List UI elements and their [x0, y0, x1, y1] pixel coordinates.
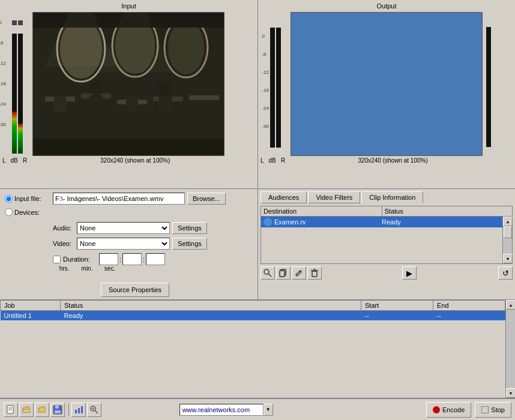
stop-button[interactable]: Stop [475, 402, 511, 418]
stop-icon [481, 406, 489, 413]
dest-scroll-down[interactable]: ▼ [503, 254, 513, 263]
duration-checkbox[interactable] [53, 256, 61, 263]
encode-section: Encode Stop [426, 402, 511, 418]
jobs-table: Job Status Start End Untitled 1 Ready --… [0, 300, 505, 321]
svg-rect-41 [81, 406, 83, 413]
bottom-toolbar: ▼ Encode Stop [0, 398, 515, 420]
dest-tool-copy[interactable] [276, 266, 291, 280]
devices-radio[interactable] [5, 208, 13, 216]
duration-sec-input[interactable] [146, 253, 165, 265]
jobs-scrollbar[interactable]: ▲ ▼ [505, 300, 515, 398]
dest-play-button[interactable]: ▶ [402, 266, 417, 280]
dest-tool-edit[interactable] [292, 266, 306, 280]
encode-button[interactable]: Encode [426, 402, 471, 418]
output-vu-left: 0 -6 -12 -18 -24 -30 [261, 20, 291, 148]
source-properties-button[interactable]: Source Properties [101, 283, 169, 297]
job-start: -- [361, 311, 433, 321]
jobs-scroll-down[interactable]: ▼ [506, 388, 515, 398]
input-video-area: 0 -6 -12 -18 -24 -30 [2, 12, 255, 156]
video-select[interactable]: None [77, 238, 170, 250]
duration-min-input[interactable] [122, 253, 142, 265]
dest-scrollbar[interactable]: ▲ ▼ [502, 217, 512, 263]
dest-scroll-thumb[interactable] [504, 226, 512, 238]
jobs-scroll-up[interactable]: ▲ [506, 300, 515, 310]
svg-line-43 [95, 410, 98, 413]
encode-dot [433, 406, 440, 413]
col-end: End [433, 301, 505, 311]
browse-button[interactable]: Browse... [187, 193, 226, 205]
video-label: Video: [53, 240, 77, 247]
url-dropdown-button[interactable]: ▼ [264, 404, 273, 416]
jobs-section: Job Status Start End Untitled 1 Ready --… [0, 300, 515, 398]
toolbar-separator-1 [68, 404, 69, 416]
svg-rect-39 [75, 410, 77, 413]
save-button[interactable] [50, 403, 65, 417]
duration-row: Duration: : : [53, 253, 253, 265]
audio-settings-button[interactable]: Settings [172, 222, 207, 234]
tab-clip-information[interactable]: Clip Information [361, 191, 423, 203]
job-status: Ready [61, 311, 361, 321]
folder-button[interactable] [35, 403, 49, 417]
input-ldr-label: L dB R [2, 157, 27, 164]
output-vu-right [483, 21, 495, 147]
jobs-scroll-area: Job Status Start End Untitled 1 Ready --… [0, 300, 505, 398]
col-job: Job [1, 301, 61, 311]
svg-rect-30 [312, 271, 317, 277]
dest-tool-delete[interactable] [307, 266, 322, 280]
audio-label: Audio: [53, 224, 77, 232]
destination-panel: Audiences Video Filters Clip Information… [258, 189, 515, 299]
duration-label: Duration: [63, 256, 99, 263]
zoom-button[interactable] [87, 403, 101, 417]
url-input[interactable] [179, 404, 264, 416]
audio-video-section: Audio: None Settings Video: None Setting… [53, 222, 253, 250]
dest-header-status: Status [382, 206, 503, 216]
svg-rect-38 [55, 410, 61, 413]
table-row[interactable]: Untitled 1 Ready -- -- [1, 311, 505, 321]
devices-radio-label[interactable]: Devices: [5, 208, 53, 216]
job-end: -- [433, 311, 505, 321]
job-name: Untitled 1 [1, 311, 61, 321]
file-path-input[interactable] [53, 193, 185, 205]
dest-row[interactable]: Examen.rv Ready [261, 217, 502, 227]
svg-line-29 [300, 271, 301, 272]
output-title: Output [376, 2, 396, 10]
open-button[interactable] [19, 403, 34, 417]
svg-rect-40 [78, 408, 80, 413]
tab-video-filters[interactable]: Video Filters [308, 191, 360, 203]
dest-row-name: Examen.rv [264, 218, 382, 226]
svg-rect-37 [55, 406, 59, 409]
col-start: Start [361, 301, 433, 311]
dest-row-status: Ready [382, 218, 500, 226]
input-file-radio-label[interactable]: Input file: [5, 195, 53, 203]
dest-loop-button[interactable]: ↺ [498, 266, 513, 280]
time-units-row: hrs. min. sec. [53, 265, 253, 272]
audio-select[interactable]: None [77, 222, 170, 234]
dest-scroll-up[interactable]: ▲ [503, 217, 513, 226]
dest-toolbar: ▶ ↺ [261, 266, 513, 280]
tab-audiences[interactable]: Audiences [261, 191, 307, 203]
destination-list-container: Examen.rv Ready ▲ ▼ [261, 216, 513, 264]
jobs-container: Job Status Start End Untitled 1 Ready --… [0, 300, 515, 398]
input-file-radio[interactable] [5, 195, 13, 203]
chart-button[interactable] [71, 403, 86, 417]
svg-rect-28 [280, 271, 285, 277]
input-size-label: 320x240 (shown at 100%) [100, 157, 170, 164]
input-info-bar: L dB R 320x240 (shown at 100%) [2, 157, 255, 164]
video-settings-button[interactable]: Settings [172, 238, 207, 250]
dest-header-destination: Destination [261, 206, 382, 216]
input-panel: Input 0 -6 -12 -18 -24 -30 [0, 0, 258, 188]
col-status: Status [61, 301, 361, 311]
svg-rect-24 [33, 13, 224, 155]
svg-point-25 [264, 269, 269, 274]
dest-tool-search[interactable] [261, 266, 275, 280]
input-title: Input [121, 2, 136, 10]
input-file-row: Input file: Browse... [5, 193, 253, 205]
video-row: Video: None Settings [53, 238, 253, 250]
output-panel: Output 0 -6 -12 -18 -24 -30 [258, 0, 515, 188]
hrs-label: hrs. [53, 265, 76, 272]
new-button[interactable] [4, 403, 18, 417]
sec-label: sec. [98, 265, 121, 272]
output-info-bar: L dB R 320x240 (shown at 100%) [261, 157, 513, 164]
url-bar: ▼ [179, 404, 273, 416]
duration-hrs-input[interactable] [99, 253, 118, 265]
